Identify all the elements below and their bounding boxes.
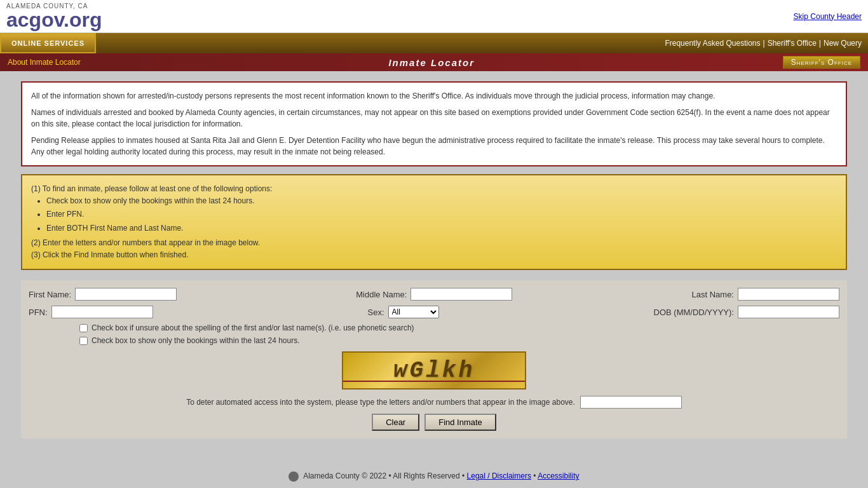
last-name-input[interactable]: [738, 288, 839, 301]
captcha-instruction: To deter automated access into the syste…: [186, 398, 575, 407]
skip-county-header-link[interactable]: Skip County Header: [794, 12, 862, 21]
sex-label: Sex:: [368, 308, 384, 317]
online-services-tab[interactable]: ONLINE SERVICES: [0, 33, 96, 53]
main-content: All of the information shown for arreste…: [8, 71, 860, 449]
phonetic-checkbox[interactable]: [79, 324, 88, 332]
sheriffs-badge: Sheriff's Office: [783, 56, 860, 69]
instructions-bullet1: Check box to show only the bookings with…: [46, 195, 837, 207]
footer-text: Alameda County © 2022 • All Rights Reser…: [303, 471, 465, 480]
sex-select[interactable]: All Male Female: [388, 306, 439, 318]
captcha-area: wGlkh: [29, 351, 839, 390]
warning-para-2: Names of individuals arrested and booked…: [31, 107, 837, 130]
instructions-list: Check box to show only the bookings with…: [46, 195, 837, 234]
middle-name-input[interactable]: [410, 288, 512, 301]
captcha-display-text: wGlkh: [393, 358, 475, 384]
button-row: Clear Find Inmate: [29, 414, 839, 431]
middle-name-group: Middle Name:: [356, 288, 512, 301]
phonetic-checkbox-label: Check box if unsure about the spelling o…: [92, 323, 414, 332]
instructions-bullet3: Enter BOTH First Name and Last Name.: [46, 222, 837, 234]
name-row: First Name: Middle Name: Last Name:: [29, 288, 839, 301]
dob-input[interactable]: [738, 306, 839, 318]
page-title: Inmate Locator: [81, 57, 783, 68]
new-query-link[interactable]: New Query: [824, 39, 862, 48]
nav-separator-1: |: [763, 39, 765, 48]
first-name-input[interactable]: [75, 288, 177, 301]
first-name-label: First Name:: [29, 290, 71, 299]
sex-group: Sex: All Male Female: [368, 306, 439, 318]
last24-checkbox[interactable]: [79, 337, 88, 345]
warning-para-3: Pending Release applies to inmates house…: [31, 135, 837, 158]
sheriffs-office-link[interactable]: Sheriff's Office: [768, 39, 817, 48]
logo-main: acgov.org: [6, 10, 102, 30]
last-name-label: Last Name:: [692, 290, 734, 299]
instructions-step2: (2) Enter the letters and/or numbers tha…: [31, 237, 837, 249]
pfn-group: PFN:: [29, 306, 153, 318]
form-area: First Name: Middle Name: Last Name: PFN:…: [21, 280, 847, 438]
pfn-row: PFN: Sex: All Male Female DOB (MM/DD/YYY…: [29, 306, 839, 318]
warning-box: All of the information shown for arreste…: [21, 81, 847, 166]
captcha-input[interactable]: [580, 396, 682, 409]
middle-name-label: Middle Name:: [356, 290, 407, 299]
about-inmate-locator-link[interactable]: About Inmate Locator: [8, 58, 81, 67]
footer-icon: [288, 471, 299, 482]
dob-group: DOB (MM/DD/YYYY):: [654, 306, 839, 318]
nav-links: Frequently Asked Questions | Sheriff's O…: [96, 33, 868, 53]
captcha-image: wGlkh: [342, 351, 526, 390]
phonetic-checkbox-row: Check box if unsure about the spelling o…: [29, 323, 839, 332]
last24-checkbox-label: Check box to show only the bookings with…: [92, 336, 300, 345]
footer: Alameda County © 2022 • All Rights Reser…: [0, 461, 868, 488]
first-name-group: First Name:: [29, 288, 177, 301]
dob-label: DOB (MM/DD/YYYY):: [654, 308, 734, 317]
instructions-box: (1) To find an inmate, please follow at …: [21, 174, 847, 270]
last-name-group: Last Name:: [692, 288, 839, 301]
logo-area: ALAMEDA COUNTY, CA acgov.org: [6, 3, 102, 30]
faq-link[interactable]: Frequently Asked Questions: [665, 39, 760, 48]
nav-bar: ONLINE SERVICES Frequently Asked Questio…: [0, 33, 868, 53]
accessibility-link[interactable]: Accessibility: [538, 471, 579, 480]
captcha-line: [343, 381, 525, 382]
legal-link[interactable]: Legal / Disclaimers: [467, 471, 531, 480]
pfn-label: PFN:: [29, 308, 48, 317]
clear-button[interactable]: Clear: [372, 414, 419, 431]
title-bar: About Inmate Locator Inmate Locator Sher…: [0, 53, 868, 71]
pfn-input[interactable]: [51, 306, 153, 318]
last24-checkbox-row: Check box to show only the bookings with…: [29, 336, 839, 345]
instructions-bullet2: Enter PFN.: [46, 208, 837, 220]
find-inmate-button[interactable]: Find Inmate: [424, 414, 496, 431]
captcha-input-row: To deter automated access into the syste…: [29, 396, 839, 409]
nav-separator-2: |: [819, 39, 821, 48]
instructions-step3: (3) Click the Find Inmate button when fi…: [31, 249, 837, 261]
instructions-step1: (1) To find an inmate, please follow at …: [31, 183, 837, 195]
warning-para-1: All of the information shown for arreste…: [31, 90, 837, 102]
top-bar: ALAMEDA COUNTY, CA acgov.org Skip County…: [0, 0, 868, 33]
